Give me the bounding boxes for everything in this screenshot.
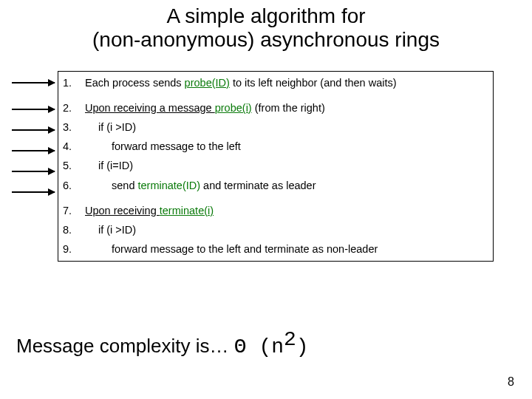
step-text: if (i >ID) (85, 122, 488, 133)
step-number: 9. (63, 244, 85, 255)
arrow-icon (12, 109, 55, 110)
step-text: Upon receiving terminate(i) (85, 205, 488, 216)
arrow-icon (12, 171, 55, 172)
page-number: 8 (508, 375, 514, 389)
theta-symbol: Θ (234, 335, 259, 358)
step-number: 1. (63, 78, 85, 89)
step-text: if (i=ID) (85, 160, 488, 171)
step-number: 4. (63, 141, 85, 152)
algo-step: 1. Each process sends probe(ID) to its l… (63, 73, 488, 92)
algo-step: 9. forward message to the left and termi… (63, 240, 488, 259)
step-text: send terminate(ID) and terminate as lead… (85, 180, 488, 191)
arrow-icon (12, 150, 55, 151)
step-text: Each process sends probe(ID) to its left… (85, 78, 488, 89)
algo-step: 2. Upon receiving a message probe(i) (fr… (63, 98, 488, 117)
step-text: Upon receiving a message probe(i) (from … (85, 103, 488, 114)
slide: A simple algorithm for (non-anonymous) a… (0, 0, 532, 399)
step-number: 3. (63, 122, 85, 133)
arrow-icon (12, 129, 55, 131)
title-line-1: A simple algorithm for (166, 4, 365, 27)
step-number: 8. (63, 225, 85, 236)
step-number: 5. (63, 160, 85, 171)
algo-step: 4. forward message to the left (63, 137, 488, 157)
arrow-icon (12, 82, 55, 83)
complexity-line: Message complexity is… Θ (n2) (16, 328, 309, 358)
algo-step: 7. Upon receiving terminate(i) (63, 201, 488, 220)
algorithm-box: 1. Each process sends probe(ID) to its l… (58, 71, 494, 262)
step-text: forward message to the left (85, 141, 488, 152)
algo-step: 3. if (i >ID) (63, 117, 488, 137)
algo-step: 6. send terminate(ID) and terminate as l… (63, 176, 488, 195)
complexity-text: Message complexity is… (16, 335, 234, 357)
arrow-icon (12, 191, 55, 193)
step-number: 2. (63, 103, 85, 114)
title-line-2: (non-anonymous) asynchronous rings (92, 28, 440, 51)
algo-step: 5. if (i=ID) (63, 157, 488, 176)
step-text: if (i >ID) (85, 225, 488, 236)
slide-title: A simple algorithm for (non-anonymous) a… (0, 0, 532, 55)
step-number: 6. (63, 180, 85, 191)
algo-step: 8. if (i >ID) (63, 221, 488, 240)
step-text: forward message to the left and terminat… (85, 244, 488, 255)
step-number: 7. (63, 205, 85, 216)
